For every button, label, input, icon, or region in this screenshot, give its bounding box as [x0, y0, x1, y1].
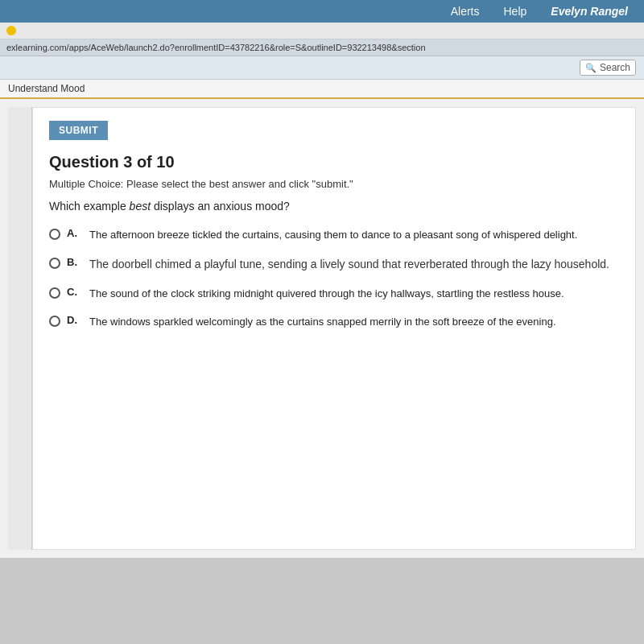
- option-label-b: B.: [67, 256, 83, 268]
- option-label-c: C.: [67, 286, 83, 298]
- nav-user[interactable]: Evelyn Rangel: [551, 5, 628, 18]
- top-nav: Alerts Help Evelyn Rangel: [0, 0, 644, 23]
- breadcrumb: Understand Mood: [0, 80, 644, 99]
- option-text-d: The windows sparkled welcomingly as the …: [89, 314, 556, 330]
- option-text-b: The doorbell chimed a playful tune, send…: [89, 256, 609, 273]
- question-text: Which example best displays an anxious m…: [49, 200, 619, 213]
- secondary-nav: 🔍 Search: [0, 56, 644, 80]
- option-text-a: The afternoon breeze tickled the curtain…: [89, 227, 577, 243]
- nav-alerts[interactable]: Alerts: [451, 5, 480, 18]
- url-bar[interactable]: exlearning.com/apps/AceWeb/launch2.do?en…: [0, 39, 644, 56]
- option-label-a: A.: [67, 227, 83, 239]
- answer-option-a[interactable]: A. The afternoon breeze tickled the curt…: [49, 227, 619, 243]
- search-box[interactable]: 🔍 Search: [580, 60, 636, 76]
- radio-b[interactable]: [49, 258, 60, 269]
- radio-c[interactable]: [49, 287, 60, 299]
- radio-a[interactable]: [49, 229, 60, 240]
- search-icon: 🔍: [585, 63, 597, 73]
- nav-help[interactable]: Help: [504, 5, 527, 18]
- option-label-d: D.: [67, 314, 83, 326]
- minimize-button[interactable]: [6, 26, 16, 35]
- answer-option-b[interactable]: B. The doorbell chimed a playful tune, s…: [49, 256, 619, 273]
- window-controls: [6, 26, 16, 35]
- main-content: SUBMIT Question 3 of 10 Multiple Choice:…: [0, 99, 644, 558]
- question-panel: SUBMIT Question 3 of 10 Multiple Choice:…: [32, 107, 636, 550]
- submit-button[interactable]: SUBMIT: [49, 121, 108, 140]
- question-instructions: Multiple Choice: Please select the best …: [49, 178, 619, 190]
- emphasis-word: best: [130, 200, 151, 213]
- browser-chrome: [0, 23, 644, 39]
- answer-option-c[interactable]: C. The sound of the clock striking midni…: [49, 286, 619, 302]
- radio-d[interactable]: [49, 316, 60, 327]
- question-title: Question 3 of 10: [49, 153, 619, 171]
- search-label: Search: [600, 62, 630, 73]
- option-text-c: The sound of the clock striking midnight…: [89, 286, 564, 302]
- answer-option-d[interactable]: D. The windows sparkled welcomingly as t…: [49, 314, 619, 330]
- sidebar: [8, 107, 32, 550]
